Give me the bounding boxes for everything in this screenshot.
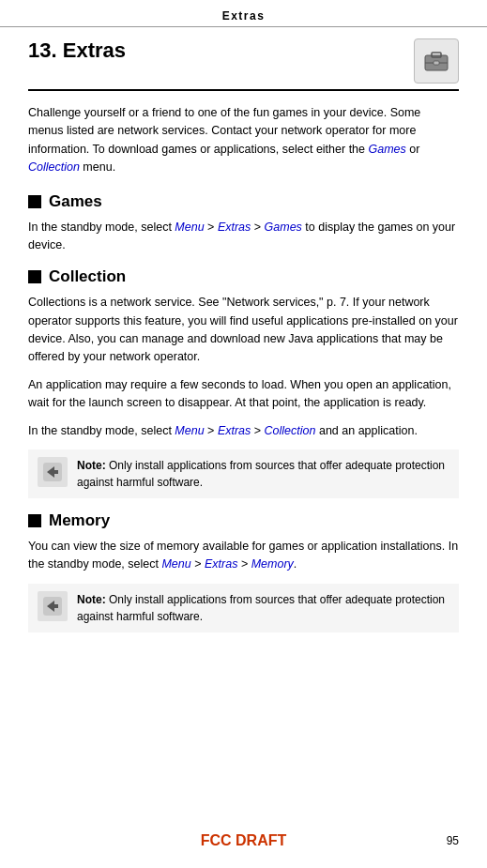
collection-para-3: In the standby mode, select Menu > Extra…: [28, 422, 459, 440]
collection-extras-link[interactable]: Extras: [218, 424, 251, 437]
footer: FCC DRAFT 95: [0, 832, 487, 849]
chapter-icon: [414, 38, 459, 84]
intro-text-1: Challenge yourself or a friend to one of…: [28, 106, 420, 156]
page-wrapper: Extras 13. Extras Challenge yourself or …: [0, 0, 487, 868]
collection-collection-link[interactable]: Collection: [265, 424, 316, 437]
top-header: Extras: [0, 0, 487, 27]
chapter-number: 13.: [28, 38, 57, 62]
memory-bullet: [28, 514, 41, 527]
collection-menu-link[interactable]: Menu: [175, 424, 204, 437]
collection-para-2: An application may require a few seconds…: [28, 376, 459, 413]
collection-bullet: [28, 270, 41, 283]
note-text-collection: Note: Only install applications from sou…: [77, 457, 449, 491]
extras-icon: [421, 46, 451, 76]
section-games-heading: Games: [28, 192, 459, 211]
memory-title: Memory: [49, 511, 110, 530]
intro-link-games[interactable]: Games: [368, 143, 405, 156]
memory-para-1: You can view the size of memory availabl…: [28, 538, 459, 574]
chapter-title-row: 13. Extras: [28, 38, 459, 91]
games-bullet: [28, 195, 41, 208]
note-text-memory: Note: Only install applications from sou…: [77, 591, 449, 625]
main-content: 13. Extras Challenge yourself or a frien…: [0, 27, 487, 683]
fcc-draft-label: FCC DRAFT: [0, 832, 487, 849]
games-title: Games: [49, 192, 102, 211]
note-label-collection: Note:: [77, 459, 106, 472]
note-box-collection: Note: Only install applications from sou…: [28, 449, 459, 498]
intro-link-collection[interactable]: Collection: [28, 160, 80, 174]
games-games-link[interactable]: Games: [265, 221, 302, 234]
games-paragraph: In the standby mode, select Menu > Extra…: [28, 219, 459, 255]
section-collection-heading: Collection: [28, 267, 459, 286]
header-title: Extras: [222, 9, 266, 23]
note-box-memory: Note: Only install applications from sou…: [28, 584, 459, 632]
intro-paragraph: Challenge yourself or a friend to one of…: [28, 104, 459, 177]
games-extras-link[interactable]: Extras: [218, 221, 251, 234]
note-icon-collection: [38, 457, 68, 487]
note-icon-memory: [38, 591, 68, 621]
svg-rect-3: [434, 61, 439, 65]
note-arrow-icon-2: [41, 595, 64, 617]
chapter-title: 13. Extras: [28, 38, 126, 63]
collection-para-1: Collections is a network service. See "N…: [28, 294, 459, 367]
intro-text-2: or: [406, 143, 420, 156]
section-memory-heading: Memory: [28, 511, 459, 530]
intro-text-3: menu.: [80, 160, 115, 174]
collection-title: Collection: [49, 267, 126, 286]
memory-extras-link[interactable]: Extras: [205, 557, 237, 571]
note-arrow-icon: [41, 461, 64, 483]
note-label-memory: Note:: [77, 593, 106, 606]
chapter-name: Extras: [63, 38, 126, 62]
memory-menu-link[interactable]: Menu: [161, 557, 190, 571]
games-menu-link[interactable]: Menu: [175, 221, 204, 234]
memory-memory-link[interactable]: Memory: [251, 557, 294, 571]
page-number: 95: [447, 834, 459, 847]
